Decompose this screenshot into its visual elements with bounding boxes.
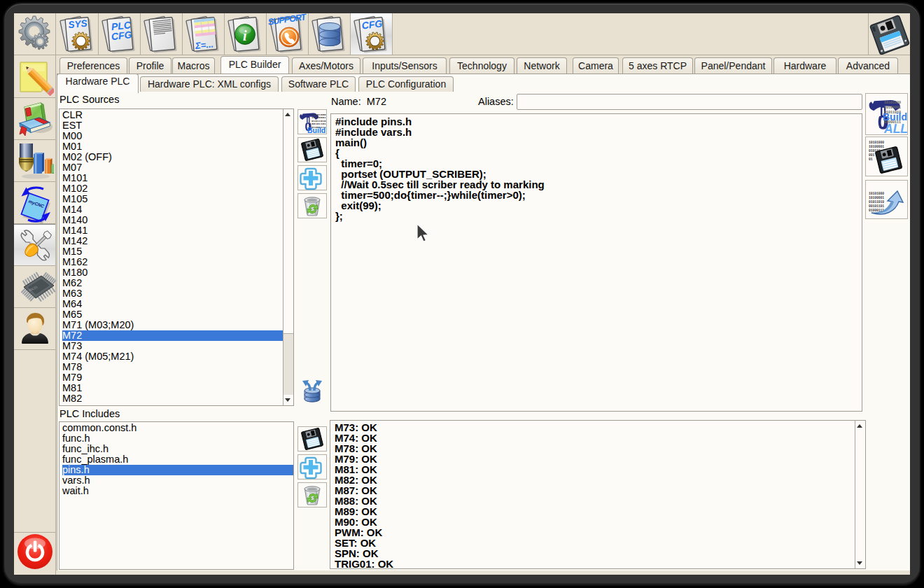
svg-text:CFG: CFG bbox=[361, 18, 383, 31]
svg-text:10101000: 10101000 bbox=[884, 101, 901, 105]
svg-text:001: 001 bbox=[869, 153, 875, 157]
svg-text:10101000: 10101000 bbox=[869, 192, 884, 195]
svg-text:10100001: 10100001 bbox=[884, 106, 901, 110]
svg-text:ALL: ALL bbox=[883, 122, 907, 134]
svg-text:CFG: CFG bbox=[111, 29, 132, 42]
svg-text:10101000: 10101000 bbox=[869, 141, 884, 144]
svg-text:10100001: 10100001 bbox=[869, 196, 884, 200]
svg-text:SYS: SYS bbox=[68, 18, 88, 31]
svg-text:01: 01 bbox=[869, 158, 873, 161]
svg-text:Σ=...: Σ=... bbox=[194, 38, 214, 51]
svg-text:i: i bbox=[243, 28, 247, 43]
svg-text:00101101: 00101101 bbox=[869, 204, 884, 208]
svg-text:Build: Build bbox=[307, 126, 326, 134]
svg-text:10100001: 10100001 bbox=[869, 145, 884, 148]
svg-text:01011010: 01011010 bbox=[869, 200, 884, 204]
svg-text:Build: Build bbox=[883, 111, 907, 122]
